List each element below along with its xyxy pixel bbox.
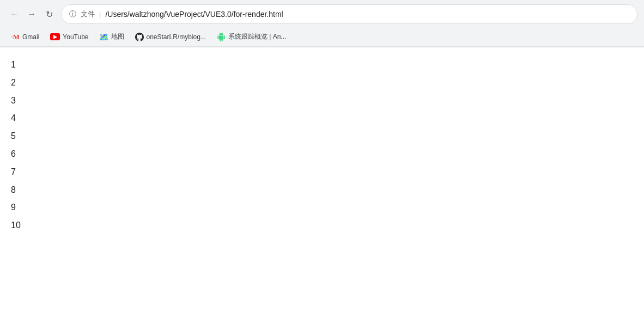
list-item: 10 <box>11 217 633 235</box>
list-item: 2 <box>11 74 633 92</box>
github-icon <box>135 33 144 41</box>
youtube-icon <box>50 33 60 40</box>
list-item: 9 <box>11 199 633 217</box>
android-icon <box>217 33 226 41</box>
page-content: 12345678910 <box>0 47 644 243</box>
github-label: oneStarLR/myblog... <box>147 33 206 41</box>
forward-button[interactable]: → <box>24 7 39 22</box>
gmail-icon: M <box>11 33 20 41</box>
bookmark-gmail[interactable]: M Gmail <box>7 31 44 43</box>
android-label: 系统跟踪概览 | An... <box>228 32 286 41</box>
maps-label: 地图 <box>111 32 124 41</box>
list-item: 4 <box>11 109 633 127</box>
info-icon: ⓘ <box>69 9 76 19</box>
url-separator: | <box>99 10 101 19</box>
list-item: 8 <box>11 181 633 199</box>
nav-buttons: ← → ↻ <box>7 7 57 22</box>
bookmark-android[interactable]: 系统跟踪概览 | An... <box>212 30 290 43</box>
list-item: 7 <box>11 163 633 181</box>
bookmark-github[interactable]: oneStarLR/myblog... <box>131 31 210 43</box>
list-item: 1 <box>11 56 633 74</box>
browser-chrome: ← → ↻ ⓘ 文件 | /Users/waltzhong/VueProject… <box>0 0 644 47</box>
list-item: 3 <box>11 92 633 110</box>
url-text: /Users/waltzhong/VueProject/VUE3.0/for-r… <box>105 10 629 19</box>
address-bar[interactable]: ⓘ 文件 | /Users/waltzhong/VueProject/VUE3.… <box>61 4 637 24</box>
file-label: 文件 <box>81 9 95 19</box>
list-item: 6 <box>11 145 633 163</box>
gmail-label: Gmail <box>22 33 39 41</box>
list-item: 5 <box>11 127 633 145</box>
bookmark-youtube[interactable]: YouTube <box>46 32 93 42</box>
youtube-label: YouTube <box>63 33 88 41</box>
number-list: 12345678910 <box>11 56 633 235</box>
address-bar-row: ← → ↻ ⓘ 文件 | /Users/waltzhong/VueProject… <box>0 0 644 28</box>
maps-icon: 🗺️ <box>100 33 108 41</box>
bookmarks-bar: M Gmail YouTube 🗺️ 地图 oneStarLR/ <box>0 28 644 47</box>
reload-button[interactable]: ↻ <box>41 7 57 22</box>
bookmark-maps[interactable]: 🗺️ 地图 <box>95 30 129 43</box>
back-button[interactable]: ← <box>7 7 22 22</box>
